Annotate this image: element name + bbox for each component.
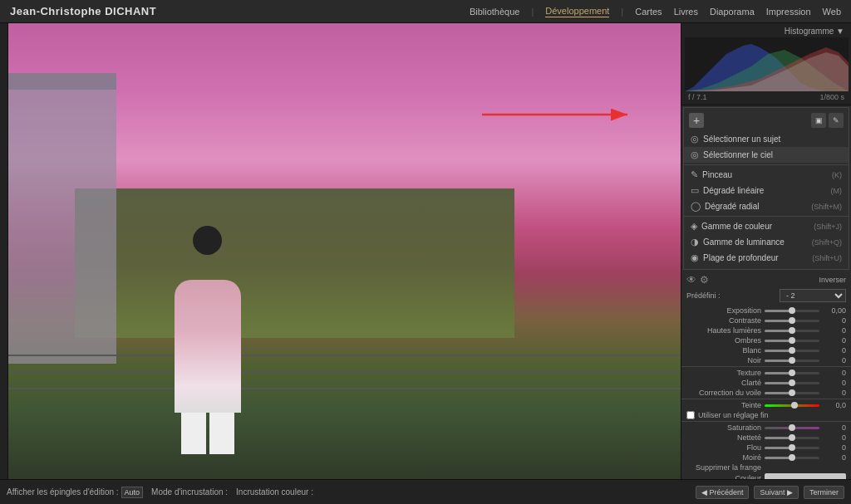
slider-thumb-ombres[interactable] bbox=[789, 337, 795, 344]
plage-prof-shortcut: (Shift+U) bbox=[812, 254, 842, 262]
slider-row-moire: Moiré 0 bbox=[681, 453, 851, 462]
nav-impression[interactable]: Impression bbox=[766, 7, 811, 17]
couleur-label: Couleur bbox=[686, 474, 761, 479]
incrustation-couleur: Incrustation couleur : bbox=[236, 487, 313, 497]
slider-thumb-contraste[interactable] bbox=[789, 317, 795, 324]
slider-thumb-texture[interactable] bbox=[789, 369, 795, 376]
mask-item-pinceau[interactable]: ✎ Pinceau (K) bbox=[684, 167, 849, 183]
mask-item-plage-prof[interactable]: ◉ Plage de profondeur (Shift+U) bbox=[684, 250, 849, 266]
center-photo bbox=[8, 23, 681, 479]
slider-label-voile: Correction du voile bbox=[686, 389, 761, 397]
slider-label-exposition: Exposition bbox=[686, 306, 761, 315]
wrench-icon[interactable]: ⚙ bbox=[700, 274, 709, 286]
person-legs bbox=[175, 413, 241, 454]
slider-val-voile: 0 bbox=[823, 389, 846, 397]
slider-thumb-exposition[interactable] bbox=[789, 307, 795, 314]
slider-track-teinte[interactable] bbox=[765, 404, 819, 407]
slider-thumb-teinte[interactable] bbox=[791, 402, 798, 409]
slider-thumb-saturation[interactable] bbox=[789, 424, 795, 431]
ctrl-icons: 👁 ⚙ bbox=[686, 274, 709, 286]
mask-add-button[interactable]: + bbox=[689, 113, 704, 128]
nav-web[interactable]: Web bbox=[823, 7, 841, 17]
checkbox-label-reglage: Utiliser un réglage fin bbox=[698, 411, 769, 419]
eye-icon[interactable]: 👁 bbox=[686, 274, 696, 286]
slider-val-saturation: 0 bbox=[823, 423, 846, 432]
slider-thumb-clarte[interactable] bbox=[789, 379, 795, 386]
slider-label-saturation: Saturation bbox=[686, 423, 761, 432]
slider-thumb-moire[interactable] bbox=[789, 454, 795, 461]
nav-bibliotheque[interactable]: Bibliothèque bbox=[470, 7, 520, 17]
degrade-rad-shortcut: (Shift+M) bbox=[811, 203, 842, 211]
gamme-coul-icon: ◈ bbox=[691, 221, 697, 232]
slider-val-hautes: 0 bbox=[823, 326, 846, 335]
previous-button[interactable]: ◀ Précédent bbox=[696, 486, 750, 499]
fence-bar-2 bbox=[8, 371, 681, 373]
slider-track-flou[interactable] bbox=[765, 447, 819, 449]
slider-val-texture: 0 bbox=[823, 369, 846, 377]
top-navigation: Jean-Christophe DICHANT Bibliothèque | D… bbox=[0, 0, 851, 23]
slider-val-flou: 0 bbox=[823, 443, 846, 452]
couleur-swatch[interactable] bbox=[765, 473, 846, 479]
ciel-label: Sélectionner le ciel bbox=[703, 150, 773, 159]
slider-thumb-flou[interactable] bbox=[789, 444, 795, 451]
slider-track-noir[interactable] bbox=[765, 360, 819, 362]
preset-select[interactable]: - 2 Personnalisé bbox=[780, 289, 846, 302]
auto-val[interactable]: Auto bbox=[121, 487, 144, 498]
gamme-lum-shortcut: (Shift+Q) bbox=[812, 238, 842, 247]
mask-item-gamme-lum[interactable]: ◑ Gamme de luminance (Shift+Q) bbox=[684, 234, 849, 250]
nav-livres[interactable]: Livres bbox=[674, 7, 698, 17]
preset-row: Prédéfini : - 2 Personnalisé bbox=[681, 289, 851, 305]
slider-track-texture[interactable] bbox=[765, 372, 819, 374]
slider-label-blanc: Blanc bbox=[686, 346, 761, 355]
slider-val-contraste: 0 bbox=[823, 316, 846, 325]
nav-cartes[interactable]: Cartes bbox=[635, 7, 662, 17]
mask-item-degrade-lin[interactable]: ▭ Dégradé linéaire (M) bbox=[684, 183, 849, 198]
gamme-coul-shortcut: (Shift+J) bbox=[814, 223, 842, 231]
mask-icon-edit[interactable]: ✎ bbox=[829, 113, 844, 128]
slider-track-contraste[interactable] bbox=[765, 320, 819, 322]
slider-track-moire[interactable] bbox=[765, 457, 819, 459]
slider-thumb-noir[interactable] bbox=[789, 357, 795, 364]
degrade-rad-label: Dégradé radial bbox=[705, 202, 760, 211]
slider-track-hautes[interactable] bbox=[765, 330, 819, 332]
slider-val-ombres: 0 bbox=[823, 336, 846, 345]
mask-item-ciel[interactable]: ◎ Sélectionner le ciel bbox=[684, 147, 849, 163]
slider-thumb-voile[interactable] bbox=[789, 389, 795, 396]
slider-track-clarte[interactable] bbox=[765, 382, 819, 384]
mask-icon-person[interactable]: ▣ bbox=[811, 113, 826, 128]
suppress-fringe-row: Supprimer la frange bbox=[681, 462, 851, 472]
sliders-container: Exposition 0,00 Contraste 0 bbox=[681, 306, 851, 479]
slider-thumb-nettete[interactable] bbox=[789, 434, 795, 441]
slider-track-exposition[interactable] bbox=[765, 310, 819, 312]
slider-track-nettete[interactable] bbox=[765, 437, 819, 439]
next-button[interactable]: Suivant ▶ bbox=[754, 486, 799, 499]
degrade-lin-label: Dégradé linéaire bbox=[703, 186, 764, 195]
slider-track-ombres[interactable] bbox=[765, 340, 819, 342]
slider-track-blanc[interactable] bbox=[765, 350, 819, 352]
mask-item-degrade-rad[interactable]: ◯ Dégradé radial (Shift+M) bbox=[684, 198, 849, 214]
mask-item-sujet[interactable]: ◎ Sélectionner un sujet bbox=[684, 131, 849, 147]
brand-title: Jean-Christophe DICHANT bbox=[10, 5, 156, 17]
slider-thumb-blanc[interactable] bbox=[789, 347, 795, 354]
slider-row-blanc: Blanc 0 bbox=[681, 345, 851, 355]
slider-track-voile[interactable] bbox=[765, 392, 819, 394]
slider-label-noir: Noir bbox=[686, 356, 761, 365]
slider-thumb-hautes[interactable] bbox=[789, 327, 795, 334]
mask-item-gamme-coul[interactable]: ◈ Gamme de couleur (Shift+J) bbox=[684, 218, 849, 234]
aficher-label: Afficher les épingles d'édition : bbox=[7, 487, 119, 497]
degrade-lin-shortcut: (M) bbox=[831, 187, 843, 195]
right-panel: Histogramme ▼ f / 7.1 1/800 s bbox=[681, 23, 851, 479]
histogram-section: Histogramme ▼ f / 7.1 1/800 s bbox=[681, 23, 851, 105]
plage-prof-icon: ◉ bbox=[691, 252, 699, 263]
nav-developpement[interactable]: Développement bbox=[545, 6, 609, 17]
slider-row-noir: Noir 0 bbox=[681, 355, 851, 365]
degrade-rad-icon: ◯ bbox=[691, 201, 701, 212]
slider-row-exposition: Exposition 0,00 bbox=[681, 306, 851, 316]
terminate-button[interactable]: Terminer bbox=[804, 486, 844, 499]
histogram-title[interactable]: Histogramme ▼ bbox=[685, 27, 848, 36]
person-figure bbox=[175, 247, 241, 413]
slider-track-saturation[interactable] bbox=[765, 427, 819, 429]
nav-diaporama[interactable]: Diaporama bbox=[710, 7, 755, 17]
mask-panel-header: + ▣ ✎ bbox=[684, 111, 849, 130]
checkbox-input-reglage[interactable] bbox=[686, 411, 695, 419]
